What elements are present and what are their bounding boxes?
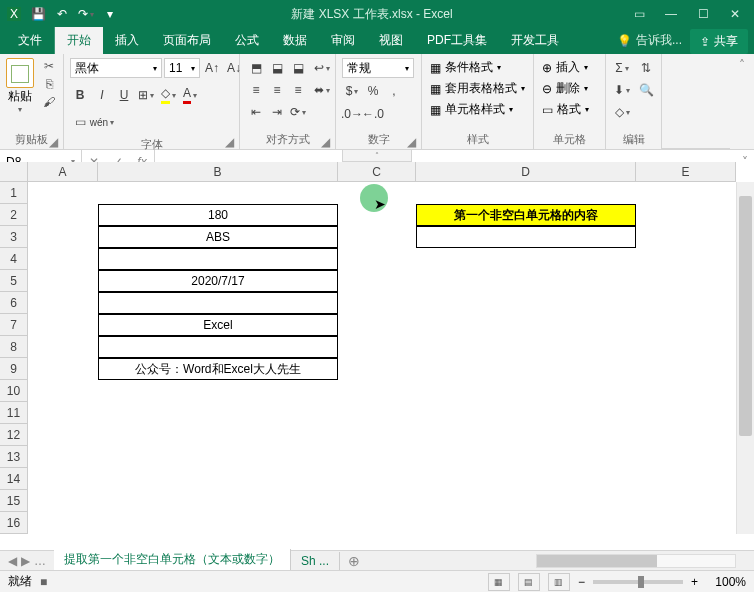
collapse-ribbon-icon[interactable]: ˄ [739,58,745,72]
accounting-format-icon[interactable]: $ [342,81,362,101]
sort-filter-icon[interactable]: ⇅ [636,58,656,78]
row-header-15[interactable]: 15 [0,490,27,512]
align-middle-icon[interactable]: ⬓ [267,58,287,78]
cell-B8[interactable] [98,336,338,358]
increase-indent-icon[interactable]: ⇥ [267,102,287,122]
row-header-2[interactable]: 2 [0,204,27,226]
sheet-tab-active[interactable]: 提取第一个非空白单元格（文本或数字） [54,549,291,572]
row-header-12[interactable]: 12 [0,424,27,446]
page-layout-view-icon[interactable]: ▤ [518,573,540,591]
font-name-select[interactable]: 黑体▾ [70,58,162,78]
col-header-B[interactable]: B [98,162,338,181]
increase-decimal-icon[interactable]: .0→ [342,104,362,124]
col-header-C[interactable]: C [338,162,416,181]
percent-format-icon[interactable]: % [363,81,383,101]
number-format-select[interactable]: 常规▾ [342,58,414,78]
align-bottom-icon[interactable]: ⬓ [288,58,308,78]
zoom-slider[interactable] [593,580,683,584]
fill-color-button[interactable]: ◇ [158,85,178,105]
cell-D2[interactable]: 第一个非空白单元格的内容 [416,204,636,226]
row-header-11[interactable]: 11 [0,402,27,424]
select-all-corner[interactable] [0,162,28,182]
autosum-icon[interactable]: Σ [612,58,632,78]
zoom-in-icon[interactable]: + [691,575,698,589]
clear-icon[interactable]: ◇ [612,102,632,122]
minimize-icon[interactable]: — [656,3,686,25]
conditional-format-button[interactable]: ▦条件格式▾ [428,58,527,77]
tab-file[interactable]: 文件 [6,27,55,54]
cell-D3[interactable] [416,226,636,248]
undo-icon[interactable]: ↶ [52,4,72,24]
format-painter-icon[interactable]: 🖌 [40,94,58,110]
wrap-text-icon[interactable]: ↩ [312,58,332,78]
col-header-D[interactable]: D [416,162,636,181]
share-button[interactable]: ⇪共享 [690,29,748,54]
table-format-button[interactable]: ▦套用表格格式▾ [428,79,527,98]
row-header-7[interactable]: 7 [0,314,27,336]
clipboard-launcher-icon[interactable]: ◢ [49,135,59,145]
align-center-icon[interactable]: ≡ [267,80,287,100]
delete-cells-button[interactable]: ⊖删除▾ [540,79,591,98]
orientation-icon[interactable]: ⟳ [288,102,308,122]
sheet-nav-more-icon[interactable]: … [34,554,46,568]
tab-insert[interactable]: 插入 [103,27,151,54]
normal-view-icon[interactable]: ▦ [488,573,510,591]
tab-layout[interactable]: 页面布局 [151,27,223,54]
tab-review[interactable]: 审阅 [319,27,367,54]
sheet-nav-next-icon[interactable]: ▶ [21,554,30,568]
number-launcher-icon[interactable]: ◢ [407,135,417,145]
ribbon-display-icon[interactable]: ▭ [624,3,654,25]
cell-B2[interactable]: 180 [98,204,338,226]
align-left-icon[interactable]: ≡ [246,80,266,100]
insert-cells-button[interactable]: ⊕插入▾ [540,58,591,77]
cell-B3[interactable]: ABS [98,226,338,248]
format-cells-button[interactable]: ▭格式▾ [540,100,591,119]
cell-B9[interactable]: 公众号：Word和Excel大人先生 [98,358,338,380]
row-header-4[interactable]: 4 [0,248,27,270]
row-header-16[interactable]: 16 [0,512,27,534]
align-launcher-icon[interactable]: ◢ [321,135,331,145]
sheet-tab-other[interactable]: Sh ... [291,552,340,570]
tab-home[interactable]: 开始 [55,27,103,54]
comma-format-icon[interactable]: , [384,81,404,101]
increase-font-icon[interactable]: A↑ [202,58,222,78]
zoom-out-icon[interactable]: − [578,575,585,589]
find-select-icon[interactable]: 🔍 [636,80,656,100]
merge-cells-icon[interactable]: ⬌ [312,80,332,100]
tell-me[interactable]: 💡告诉我... [609,27,690,54]
row-header-10[interactable]: 10 [0,380,27,402]
decrease-decimal-icon[interactable]: ←.0 [363,104,383,124]
row-header-8[interactable]: 8 [0,336,27,358]
row-header-13[interactable]: 13 [0,446,27,468]
tab-view[interactable]: 视图 [367,27,415,54]
bold-button[interactable]: B [70,85,90,105]
maximize-icon[interactable]: ☐ [688,3,718,25]
cell-B7[interactable]: Excel [98,314,338,336]
save-icon[interactable]: 💾 [28,4,48,24]
align-right-icon[interactable]: ≡ [288,80,308,100]
italic-button[interactable]: I [92,85,112,105]
align-top-icon[interactable]: ⬒ [246,58,266,78]
tab-data[interactable]: 数据 [271,27,319,54]
add-sheet-icon[interactable]: ⊕ [340,553,368,569]
border-button[interactable]: ⊞ [136,85,156,105]
cell-B6[interactable] [98,292,338,314]
cell-styles-button[interactable]: ▦单元格样式▾ [428,100,527,119]
qat-customize-icon[interactable]: ▾ [100,4,120,24]
tab-pdf[interactable]: PDF工具集 [415,27,499,54]
collapse-toggle[interactable]: ˄ [342,150,412,162]
col-header-E[interactable]: E [636,162,736,181]
font-launcher-icon[interactable]: ◢ [225,135,235,145]
underline-button[interactable]: U [114,85,134,105]
close-icon[interactable]: ✕ [720,3,750,25]
font-color-button[interactable]: A [180,85,200,105]
app-icon[interactable]: X [4,4,24,24]
borders-bottom-icon[interactable]: ▭ [70,112,90,132]
page-break-view-icon[interactable]: ▥ [548,573,570,591]
phonetic-button[interactable]: wén [92,112,112,132]
zoom-level[interactable]: 100% [706,575,746,589]
row-header-9[interactable]: 9 [0,358,27,380]
cell-B4[interactable] [98,248,338,270]
cut-icon[interactable]: ✂ [40,58,58,74]
col-header-A[interactable]: A [28,162,98,181]
